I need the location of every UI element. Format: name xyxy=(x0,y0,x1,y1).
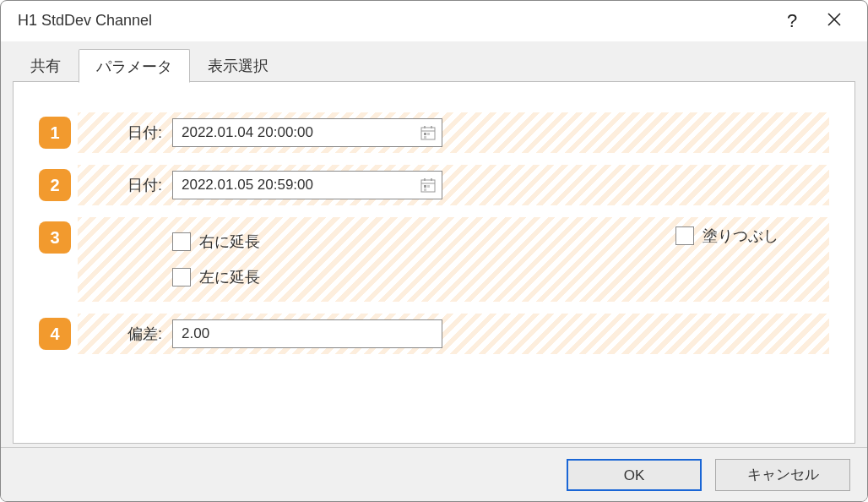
checkbox-box xyxy=(172,232,191,251)
checkbox-label-fill: 塗りつぶし xyxy=(703,226,778,246)
badge-2: 2 xyxy=(39,169,71,201)
dialog-footer: OK キャンセル xyxy=(1,447,867,501)
badge-4: 4 xyxy=(39,318,71,350)
help-icon: ? xyxy=(787,10,797,32)
calendar-icon[interactable] xyxy=(420,177,437,194)
badge-3: 3 xyxy=(39,221,71,254)
svg-rect-6 xyxy=(424,133,426,135)
checkbox-fill[interactable]: 塗りつぶし xyxy=(675,226,778,246)
label-deviation: 偏差: xyxy=(95,324,162,344)
value-date1: 2022.01.04 20:00:00 xyxy=(182,124,313,141)
badge-1: 1 xyxy=(39,117,71,149)
title-bar: H1 StdDev Channel ? xyxy=(1,1,867,41)
label-date2: 日付: xyxy=(95,175,162,195)
tab-panel: 1 日付: 2022.01.04 20:00:00 2 日付: xyxy=(13,81,855,444)
svg-rect-7 xyxy=(427,133,430,135)
label-date1: 日付: xyxy=(95,123,162,143)
checkbox-label-extend-left: 左に延長 xyxy=(199,267,260,287)
row-date1: 1 日付: 2022.01.04 20:00:00 xyxy=(39,112,829,153)
stripe-3: 右に延長 左に延長 塗りつぶし xyxy=(78,217,829,302)
row-date2: 2 日付: 2022.01.05 20:59:00 xyxy=(39,165,829,205)
value-date2: 2022.01.05 20:59:00 xyxy=(182,177,313,194)
row-extend: 3 右に延長 左に延長 xyxy=(39,217,829,302)
content-area: 共有 パラメータ 表示選択 1 日付: 2022.01.04 20:00:00 xyxy=(1,41,867,447)
stripe-2: 日付: 2022.01.05 20:59:00 xyxy=(78,165,829,205)
checkbox-extend-left[interactable]: 左に延長 xyxy=(172,267,260,287)
row-deviation: 4 偏差: 2.00 xyxy=(39,314,829,354)
svg-rect-14 xyxy=(427,185,430,188)
ok-button[interactable]: OK xyxy=(567,459,702,491)
svg-rect-8 xyxy=(424,136,426,139)
close-icon xyxy=(827,12,842,30)
tab-parameters[interactable]: パラメータ xyxy=(79,49,190,83)
calendar-icon[interactable] xyxy=(420,124,437,141)
tab-display[interactable]: 表示選択 xyxy=(190,48,286,82)
value-deviation: 2.00 xyxy=(182,325,209,342)
stripe-4: 偏差: 2.00 xyxy=(78,314,829,354)
close-button[interactable] xyxy=(813,4,855,38)
field-date2[interactable]: 2022.01.05 20:59:00 xyxy=(172,171,442,199)
checkbox-box xyxy=(675,226,694,245)
checkbox-extend-right[interactable]: 右に延長 xyxy=(172,232,260,252)
checkbox-row-left: 左に延長 xyxy=(95,267,812,287)
stripe-1: 日付: 2022.01.04 20:00:00 xyxy=(78,112,829,153)
tab-shared[interactable]: 共有 xyxy=(13,48,79,82)
field-date1[interactable]: 2022.01.04 20:00:00 xyxy=(172,118,442,147)
cancel-button[interactable]: キャンセル xyxy=(715,459,850,491)
field-deviation[interactable]: 2.00 xyxy=(172,319,442,348)
svg-rect-13 xyxy=(424,185,426,188)
help-button[interactable]: ? xyxy=(771,4,813,38)
dialog-window: H1 StdDev Channel ? 共有 パラメータ 表示選択 1 日付: … xyxy=(0,0,868,502)
tab-strip: 共有 パラメータ 表示選択 xyxy=(13,48,855,82)
checkbox-box xyxy=(172,268,191,286)
svg-rect-15 xyxy=(424,188,426,191)
checkbox-label-extend-right: 右に延長 xyxy=(199,232,260,252)
window-title: H1 StdDev Channel xyxy=(18,12,771,30)
